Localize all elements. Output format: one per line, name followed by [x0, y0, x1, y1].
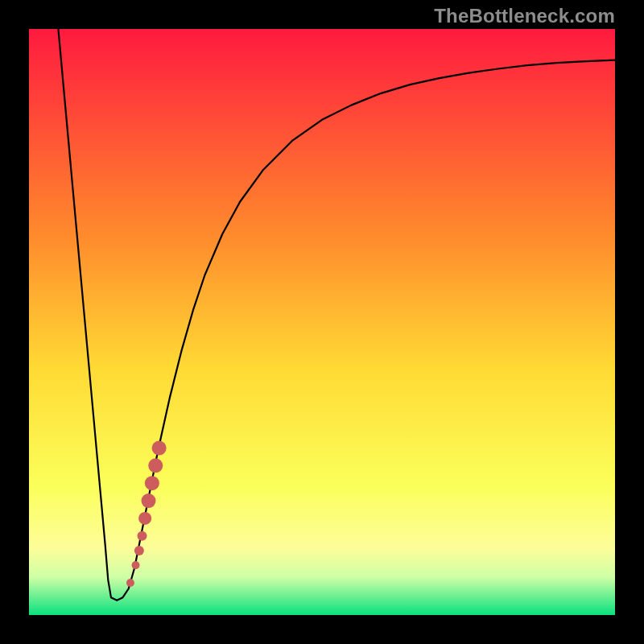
- highlight-dot: [138, 531, 147, 541]
- highlight-dot: [148, 458, 163, 473]
- highlight-dot: [152, 441, 167, 456]
- plot-area: [29, 29, 615, 615]
- highlight-dot: [138, 512, 151, 525]
- highlight-dot: [134, 546, 144, 555]
- highlight-dot: [132, 561, 140, 569]
- gradient-background: [29, 29, 615, 615]
- highlight-dot: [126, 579, 134, 587]
- chart-svg: [29, 29, 615, 615]
- highlight-dot: [142, 493, 156, 508]
- outer-frame: TheBottleneck.com: [0, 0, 644, 644]
- highlight-dot: [145, 476, 159, 490]
- watermark-text: TheBottleneck.com: [434, 5, 615, 27]
